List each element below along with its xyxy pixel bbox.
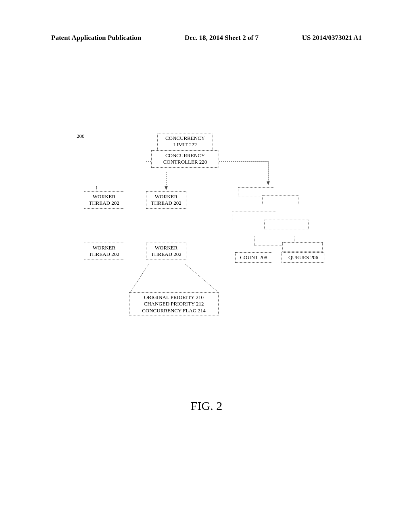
diagram-figure-2: CONCURRENCY LIMIT 222 CONCURRENCY CONTRO…	[77, 133, 351, 326]
worker-thread-box: WORKER THREAD 202	[146, 191, 186, 209]
queue-stack-group	[238, 187, 339, 212]
concurrency-controller-box: CONCURRENCY CONTROLLER 220	[151, 150, 219, 168]
queue-box	[262, 195, 298, 205]
svg-line-2	[131, 264, 148, 292]
queue-box	[264, 220, 309, 229]
page-header: Patent Application Publication Dec. 18, …	[51, 34, 362, 43]
count-box: COUNT 208	[235, 252, 272, 263]
figure-caption: FIG. 2	[0, 399, 413, 413]
reference-numeral-200: 200	[77, 133, 351, 139]
worker-thread-box: WORKER THREAD 202	[84, 191, 124, 209]
detail-concurrency-flag: CONCURRENCY FLAG 214	[132, 308, 216, 314]
queues-box: QUEUES 206	[282, 252, 325, 263]
queue-box	[282, 242, 323, 252]
header-right: US 2014/0373021 A1	[302, 34, 362, 42]
reference-hook	[96, 186, 100, 192]
detail-changed-priority: CHANGED PRIORITY 212	[132, 301, 216, 307]
queue-stack-group	[232, 212, 345, 236]
detail-original-priority: ORIGINAL PRIORITY 210	[132, 294, 216, 301]
worker-thread-box: WORKER THREAD 202	[84, 243, 124, 260]
thread-detail-box: ORIGINAL PRIORITY 210 CHANGED PRIORITY 2…	[129, 292, 219, 316]
header-center: Dec. 18, 2014 Sheet 2 of 7	[185, 34, 259, 42]
worker-thread-box: WORKER THREAD 202	[146, 243, 186, 260]
concurrency-limit-box: CONCURRENCY LIMIT 222	[157, 133, 213, 150]
header-left: Patent Application Publication	[51, 34, 141, 42]
svg-line-3	[186, 264, 218, 292]
